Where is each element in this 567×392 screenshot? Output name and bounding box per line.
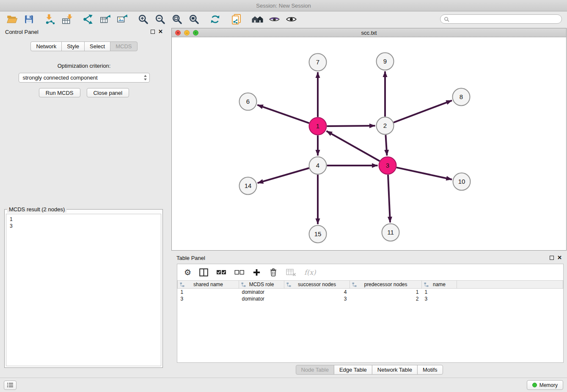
graph-edge-1-6[interactable] xyxy=(257,105,309,123)
svg-text:10: 10 xyxy=(458,178,465,185)
table-cell[interactable]: 1 xyxy=(350,289,422,295)
graph-edge-3-10[interactable] xyxy=(396,168,452,179)
graph-node-7[interactable]: 7 xyxy=(309,54,327,71)
tab-select[interactable]: Select xyxy=(84,41,110,51)
close-panel-icon[interactable]: ✕ xyxy=(158,30,163,34)
svg-text:2: 2 xyxy=(383,122,387,129)
table-cell[interactable]: 1 xyxy=(178,289,239,295)
application-window: Session: New Session xyxy=(0,0,567,392)
graph-node-10[interactable]: 10 xyxy=(453,173,471,190)
graph-edge-4-14[interactable] xyxy=(258,168,309,183)
table-cell[interactable]: dominator xyxy=(239,295,284,302)
float-panel-icon[interactable] xyxy=(550,256,554,260)
task-history-button[interactable] xyxy=(4,381,17,390)
first-neighbors-button[interactable] xyxy=(250,12,264,26)
node-table-area: ⚙ xyxy=(177,264,564,363)
export-table-button[interactable] xyxy=(98,12,112,26)
tab-node-table[interactable]: Node Table xyxy=(295,365,334,375)
table-cell[interactable]: 4 xyxy=(284,289,350,295)
column-header-name[interactable]: name xyxy=(422,281,457,289)
column-header-label: name xyxy=(433,282,446,287)
graph-edge-3-1[interactable] xyxy=(327,131,380,161)
zoom-in-button[interactable] xyxy=(136,12,150,26)
tab-style[interactable]: Style xyxy=(61,41,85,51)
graph-node-3[interactable]: 3 xyxy=(379,157,396,174)
table-cell[interactable]: 3 xyxy=(284,295,350,302)
show-columns-button[interactable] xyxy=(199,268,208,276)
new-network-button[interactable] xyxy=(81,12,95,26)
graph-node-6[interactable]: 6 xyxy=(239,93,257,110)
tab-mcds[interactable]: MCDS xyxy=(110,41,137,51)
graph-node-11[interactable]: 11 xyxy=(382,224,399,241)
graph-edge-2-3[interactable] xyxy=(385,135,387,156)
table-settings-button[interactable]: ⚙ xyxy=(184,268,191,277)
network-window-titlebar[interactable]: ✕ − + scc.txt xyxy=(172,28,566,37)
graph-edge-2-8[interactable] xyxy=(394,100,452,122)
add-column-button[interactable] xyxy=(253,268,261,276)
table-cell[interactable]: dominator xyxy=(239,289,284,295)
tab-network[interactable]: Network xyxy=(30,41,62,51)
graph-node-2[interactable]: 2 xyxy=(377,117,394,135)
close-panel-icon[interactable]: ✕ xyxy=(557,256,562,260)
mcds-result-list[interactable]: 1 3 xyxy=(6,214,161,366)
zoom-selected-button[interactable] xyxy=(187,12,201,26)
save-session-button[interactable] xyxy=(22,12,36,26)
graph-node-4[interactable]: 4 xyxy=(309,157,327,174)
network-canvas[interactable]: 7968124314101511 xyxy=(172,37,566,250)
refresh-view-button[interactable] xyxy=(208,12,222,26)
optimization-criterion-dropdown[interactable]: strongly connected component xyxy=(19,73,150,83)
run-mcds-button[interactable]: Run MCDS xyxy=(39,88,80,97)
graph-node-14[interactable]: 14 xyxy=(239,177,257,195)
node-table: shared name MCDS role successor nodes xyxy=(177,280,563,302)
column-header-shared-name[interactable]: shared name xyxy=(178,281,239,289)
show-graphics-details-button[interactable] xyxy=(284,12,298,26)
table-cell[interactable]: 2 xyxy=(350,295,422,302)
function-builder-button[interactable]: f(x) xyxy=(304,268,316,276)
close-panel-button[interactable]: Close panel xyxy=(87,88,129,97)
tab-edge-table[interactable]: Edge Table xyxy=(334,365,372,375)
export-image-button[interactable] xyxy=(115,12,129,26)
select-all-button[interactable] xyxy=(216,270,226,275)
graph-node-9[interactable]: 9 xyxy=(377,53,394,70)
column-tree-icon xyxy=(352,282,357,288)
tab-motifs[interactable]: Motifs xyxy=(417,365,443,375)
select-all-icon xyxy=(216,270,226,275)
graph-edge-1-2[interactable] xyxy=(327,126,375,126)
table-cell[interactable]: 3 xyxy=(422,295,457,302)
graph-node-1[interactable]: 1 xyxy=(309,118,327,135)
minimize-window-icon[interactable]: − xyxy=(184,30,190,36)
graph-node-15[interactable]: 15 xyxy=(309,226,327,243)
delete-column-button[interactable] xyxy=(269,268,278,277)
control-panel: Control Panel ✕ Network Style Select MCD… xyxy=(0,26,168,374)
column-header-mcds-role[interactable]: MCDS role xyxy=(239,281,284,289)
zoom-fit-button[interactable] xyxy=(170,12,184,26)
memory-status-icon xyxy=(532,383,537,387)
import-table-button[interactable] xyxy=(60,12,74,26)
dropdown-stepper-icon xyxy=(143,75,147,82)
zoom-selected-icon xyxy=(188,14,200,25)
column-header-predecessor-nodes[interactable]: predecessor nodes xyxy=(350,281,422,289)
graph-edge-3-11[interactable] xyxy=(388,175,390,223)
close-window-icon[interactable]: ✕ xyxy=(175,30,181,36)
delete-table-button[interactable] xyxy=(286,268,296,276)
open-session-button[interactable] xyxy=(5,12,19,26)
zoom-out-button[interactable] xyxy=(153,12,167,26)
graph-node-8[interactable]: 8 xyxy=(453,88,470,106)
table-row[interactable]: 3dominator323 xyxy=(178,295,563,302)
deselect-all-button[interactable] xyxy=(234,270,245,275)
float-panel-icon[interactable] xyxy=(151,30,155,34)
clone-network-button[interactable] xyxy=(229,12,243,26)
column-header-successor-nodes[interactable]: successor nodes xyxy=(284,281,350,289)
columns-icon xyxy=(199,268,208,276)
tab-network-table[interactable]: Network Table xyxy=(372,365,418,375)
table-cell[interactable]: 1 xyxy=(422,289,457,295)
apply-visual-style-button[interactable] xyxy=(267,12,281,26)
table-cell[interactable]: 3 xyxy=(178,295,239,302)
table-row[interactable]: 1dominator411 xyxy=(178,289,563,295)
styled-eye-icon xyxy=(269,14,280,25)
svg-text:3: 3 xyxy=(386,162,389,169)
memory-button[interactable]: Memory xyxy=(527,380,563,390)
import-network-button[interactable] xyxy=(43,12,57,26)
zoom-window-icon[interactable]: + xyxy=(193,30,198,36)
search-input[interactable] xyxy=(451,16,558,22)
